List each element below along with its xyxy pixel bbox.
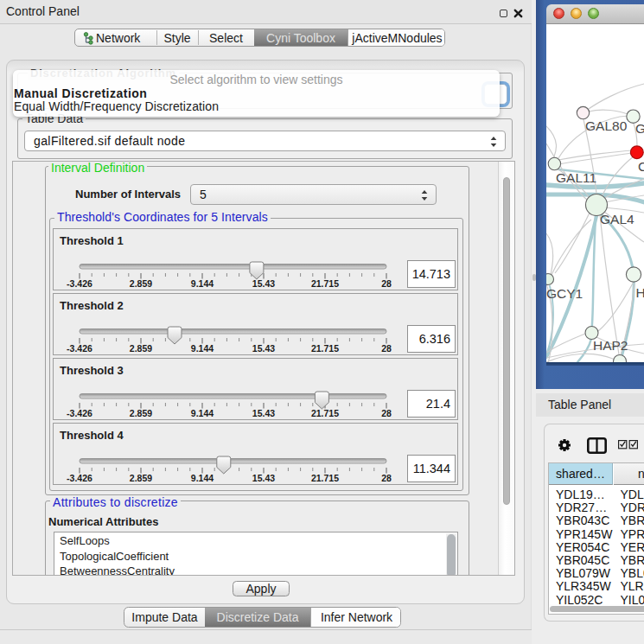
svg-text:21.715: 21.715: [311, 343, 339, 354]
svg-text:GAL11: GAL11: [556, 170, 596, 185]
svg-text:15.43: 15.43: [252, 343, 275, 354]
svg-text:HAP2: HAP2: [593, 338, 628, 353]
svg-text:2.859: 2.859: [130, 408, 152, 418]
svg-text:GAL80: GAL80: [585, 118, 628, 133]
svg-text:28: 28: [381, 343, 392, 354]
svg-text:9.144: 9.144: [191, 473, 214, 483]
svg-text:-3.426: -3.426: [67, 278, 92, 289]
svg-text:21.715: 21.715: [311, 408, 339, 418]
svg-text:GAL4: GAL4: [600, 212, 634, 226]
svg-text:9.144: 9.144: [191, 278, 214, 289]
svg-text:9.144: 9.144: [191, 408, 214, 418]
svg-text:21.715: 21.715: [311, 278, 339, 289]
svg-text:GA: GA: [635, 121, 644, 136]
svg-text:-3.426: -3.426: [67, 473, 92, 483]
svg-text:15.43: 15.43: [252, 408, 275, 418]
svg-text:CY: CY: [638, 159, 644, 174]
svg-text:15.43: 15.43: [252, 473, 275, 483]
svg-text:21.715: 21.715: [311, 473, 339, 483]
svg-text:28: 28: [381, 278, 392, 289]
svg-text:-3.426: -3.426: [67, 343, 92, 354]
svg-text:9.144: 9.144: [191, 343, 214, 354]
svg-text:HI: HI: [636, 285, 644, 300]
svg-text:2.859: 2.859: [130, 473, 152, 483]
svg-text:15.43: 15.43: [252, 278, 275, 289]
svg-text:28: 28: [381, 408, 392, 418]
svg-text:2.859: 2.859: [130, 278, 152, 289]
svg-text:2.859: 2.859: [130, 343, 152, 354]
svg-text:28: 28: [381, 473, 392, 483]
svg-text:GCY1: GCY1: [546, 286, 583, 301]
svg-text:-3.426: -3.426: [67, 408, 92, 418]
